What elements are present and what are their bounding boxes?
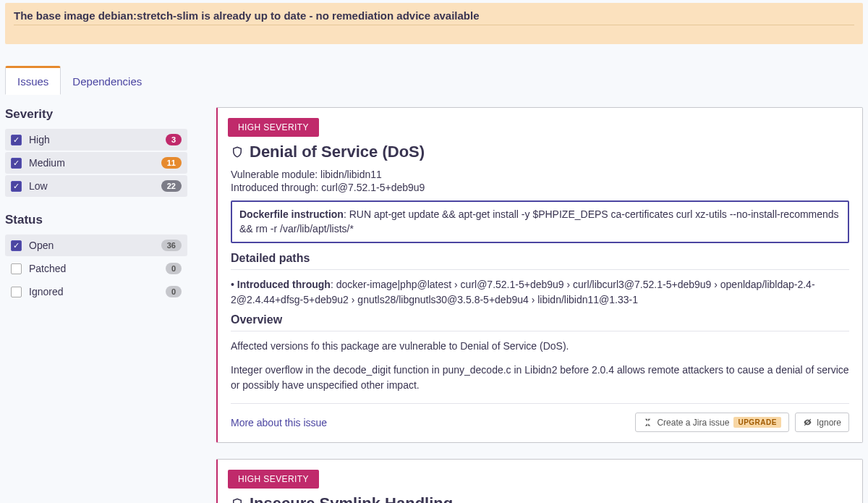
dockerfile-instruction: Dockerfile instruction: RUN apt-get upda… bbox=[231, 200, 849, 243]
filter-ignored[interactable]: Ignored 0 bbox=[5, 281, 187, 303]
ignore-btn-label: Ignore bbox=[817, 418, 841, 428]
vuln-module: Vulnerable module: libidn/libidn11 bbox=[231, 169, 849, 180]
checkbox-empty-icon bbox=[11, 287, 22, 297]
issue-title: Insecure Symlink Handling bbox=[231, 494, 849, 503]
filter-medium[interactable]: ✓ Medium 11 bbox=[5, 152, 187, 174]
overview-p1: Affected versions fo this package are vu… bbox=[231, 339, 849, 354]
tab-dependencies[interactable]: Dependencies bbox=[61, 68, 153, 94]
issue-card: HIGH SEVERITY Denial of Service (DoS) Vu… bbox=[216, 107, 863, 443]
filter-status: Status ✓ Open 36 Patched 0 bbox=[5, 213, 187, 303]
alert-text: The base image debian:stretch-slim is al… bbox=[14, 9, 854, 25]
detailed-paths-heading: Detailed paths bbox=[231, 252, 849, 270]
filter-high-label: High bbox=[29, 134, 50, 145]
create-jira-button[interactable]: Create a Jira issue UPGRADE bbox=[635, 413, 789, 432]
remediation-alert: The base image debian:stretch-slim is al… bbox=[5, 3, 863, 44]
tabs: Issues Dependencies bbox=[5, 66, 868, 94]
eye-off-icon bbox=[803, 418, 812, 427]
filter-severity: Severity ✓ High 3 ✓ Medium 11 bbox=[5, 107, 187, 197]
severity-badge: HIGH SEVERITY bbox=[228, 118, 319, 137]
severity-title: Severity bbox=[5, 107, 187, 122]
content: HIGH SEVERITY Denial of Service (DoS) Vu… bbox=[216, 107, 863, 503]
filter-open-label: Open bbox=[29, 240, 54, 251]
filter-patched[interactable]: Patched 0 bbox=[5, 258, 187, 279]
filter-low-label: Low bbox=[29, 180, 48, 192]
filter-low-count: 22 bbox=[161, 180, 182, 192]
filter-ignored-count: 0 bbox=[166, 286, 182, 297]
issue-card: HIGH SEVERITY Insecure Symlink Handling bbox=[216, 459, 863, 503]
filter-ignored-label: Ignored bbox=[29, 286, 63, 297]
more-about-link[interactable]: More about this issue bbox=[231, 417, 327, 428]
detailed-path: • Introduced through: docker-image|php@l… bbox=[231, 277, 849, 308]
shield-icon bbox=[231, 496, 244, 503]
ignore-button[interactable]: Ignore bbox=[795, 413, 849, 432]
sidebar: Severity ✓ High 3 ✓ Medium 11 bbox=[5, 107, 187, 318]
filter-low[interactable]: ✓ Low 22 bbox=[5, 175, 187, 197]
checkbox-checked-icon: ✓ bbox=[11, 158, 22, 169]
introduced-through: Introduced through: curl@7.52.1-5+deb9u9 bbox=[231, 182, 849, 193]
issue-title-text: Insecure Symlink Handling bbox=[250, 494, 453, 503]
filter-high[interactable]: ✓ High 3 bbox=[5, 129, 187, 151]
filter-medium-label: Medium bbox=[29, 157, 65, 169]
jira-btn-label: Create a Jira issue bbox=[657, 418, 729, 428]
filter-patched-label: Patched bbox=[29, 263, 66, 274]
checkbox-checked-icon: ✓ bbox=[11, 135, 22, 145]
tab-issues[interactable]: Issues bbox=[5, 66, 61, 95]
checkbox-checked-icon: ✓ bbox=[11, 240, 22, 251]
checkbox-empty-icon bbox=[11, 263, 22, 274]
filter-open-count: 36 bbox=[161, 240, 182, 251]
filter-patched-count: 0 bbox=[166, 263, 182, 274]
issue-title: Denial of Service (DoS) bbox=[231, 143, 849, 161]
dockerfile-label: Dockerfile instruction bbox=[239, 208, 344, 220]
overview-p2: Integer overflow in the decode_digit fun… bbox=[231, 363, 849, 393]
shield-icon bbox=[231, 145, 244, 159]
jira-icon bbox=[643, 418, 652, 427]
overview-heading: Overview bbox=[231, 313, 849, 331]
filter-open[interactable]: ✓ Open 36 bbox=[5, 234, 187, 256]
issue-title-text: Denial of Service (DoS) bbox=[250, 143, 425, 161]
severity-badge: HIGH SEVERITY bbox=[228, 470, 319, 489]
upgrade-pill: UPGRADE bbox=[733, 417, 781, 428]
filter-high-count: 3 bbox=[166, 134, 182, 145]
status-title: Status bbox=[5, 213, 187, 227]
checkbox-checked-icon: ✓ bbox=[11, 181, 22, 192]
filter-medium-count: 11 bbox=[161, 157, 182, 169]
